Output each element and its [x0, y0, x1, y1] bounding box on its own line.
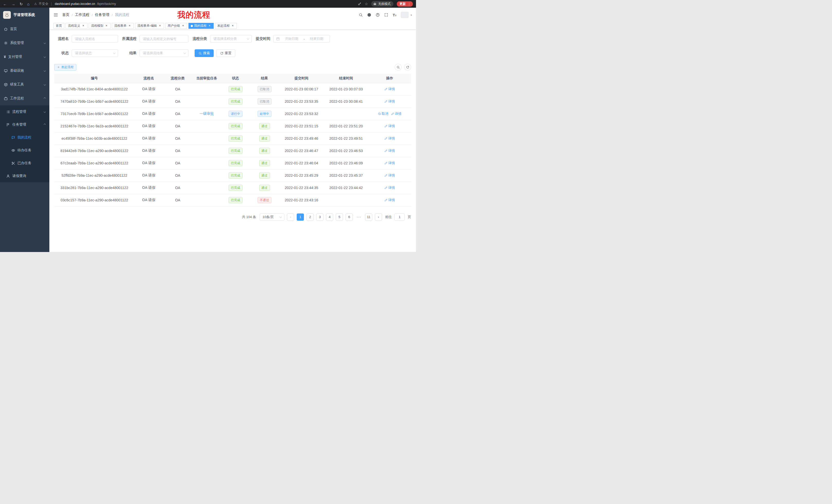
tab-home[interactable]: 首页	[53, 23, 64, 29]
page-button-1[interactable]: 1	[297, 214, 304, 221]
cell-status: 已完成	[221, 145, 250, 157]
pager-ellipsis[interactable]: ···	[355, 214, 363, 221]
reset-button[interactable]: 重置	[216, 49, 235, 57]
cell-status: 进行中	[221, 108, 250, 120]
page-button-2[interactable]: 2	[307, 214, 314, 221]
key-icon[interactable]	[358, 2, 361, 6]
detail-button[interactable]: 详情	[384, 186, 395, 190]
tab-start-process[interactable]: 发起流程×	[215, 23, 237, 29]
sidebar-item-infrastructure[interactable]: 基础设施	[0, 64, 49, 78]
toolbar-refresh-button[interactable]	[404, 64, 411, 71]
tab-process-model[interactable]: 流程模型×	[89, 23, 110, 29]
start-process-button[interactable]: 发起流程	[54, 64, 76, 71]
tab-close-icon[interactable]: ×	[105, 24, 108, 28]
forward-icon[interactable]: →	[11, 2, 15, 6]
sidebar-item-leave-query[interactable]: 请假查询	[0, 170, 49, 183]
sidebar-item-todo-tasks[interactable]: 待办任务	[0, 144, 49, 157]
detail-button[interactable]: 详情	[384, 173, 395, 178]
detail-button[interactable]: 详情	[384, 87, 395, 91]
active-tab-dot	[191, 25, 193, 27]
tab-user-group[interactable]: 用户分组×	[165, 23, 187, 29]
sidebar-item-task-management[interactable]: 任务管理	[0, 118, 49, 131]
tab-process-definition[interactable]: 流程定义×	[66, 23, 87, 29]
cell-current-task	[192, 169, 221, 181]
category-select[interactable]: 请选择流程分类	[210, 35, 252, 43]
cell-process-id: 331bc281-7b9a-11ec-a290-acde48001122	[54, 181, 134, 194]
prev-page-button[interactable]: ‹	[287, 214, 294, 221]
search-icon[interactable]	[359, 13, 363, 17]
page-button-5[interactable]: 5	[336, 214, 343, 221]
reload-icon[interactable]: ↻	[20, 2, 23, 6]
page-size-select[interactable]: 10条/页	[260, 214, 284, 221]
cell-process-id: 819442e8-7b9a-11ec-a290-acde48001122	[54, 145, 134, 157]
sidebar-item-dev-tools[interactable]: 研发工具	[0, 78, 49, 91]
sidebar-item-home[interactable]: 首页	[0, 22, 49, 36]
tab-label: 流程表单-编辑	[137, 24, 157, 28]
update-button[interactable]: 更新 ⋮	[397, 1, 413, 7]
sidebar-item-system-management[interactable]: 系统管理	[0, 36, 49, 50]
next-page-button[interactable]: ›	[375, 214, 382, 221]
page-button-6[interactable]: 6	[345, 214, 353, 221]
submit-time-range[interactable]: 开始日期 - 结束日期	[273, 35, 330, 43]
sidebar-item-my-process[interactable]: 我的流程	[0, 131, 49, 144]
cell-actions: 详情	[368, 169, 411, 181]
cancel-button[interactable]: 取消	[378, 111, 389, 116]
user-avatar[interactable]	[401, 12, 409, 18]
toolbar-search-button[interactable]	[395, 64, 401, 71]
sidebar-item-process-management[interactable]: 流程管理	[0, 105, 49, 118]
tab-process-form[interactable]: 流程表单×	[112, 23, 134, 29]
breadcrumb-item-task-management[interactable]: 任务管理	[95, 12, 109, 17]
sidebar-item-done-tasks[interactable]: 已办任务	[0, 157, 49, 170]
fullscreen-icon[interactable]	[384, 13, 388, 17]
font-size-icon[interactable]: TT	[393, 13, 396, 17]
detail-button[interactable]: 详情	[384, 124, 395, 129]
detail-button[interactable]: 详情	[384, 136, 395, 141]
github-icon[interactable]	[367, 13, 371, 17]
detail-button[interactable]: 详情	[384, 161, 395, 165]
help-icon[interactable]	[375, 13, 380, 17]
browser-menu-icon[interactable]: ⋮	[407, 2, 412, 6]
back-icon[interactable]: ←	[3, 2, 7, 6]
edit-icon	[384, 88, 387, 91]
page-button-3[interactable]: 3	[316, 214, 323, 221]
sidebar-item-payment-management[interactable]: ¥支付管理	[0, 50, 49, 64]
parent-process-input[interactable]	[139, 35, 188, 43]
table-toolbar: 发起流程	[54, 64, 411, 71]
menu-toggle-icon[interactable]	[53, 12, 58, 17]
tab-close-icon[interactable]: ×	[208, 24, 211, 28]
goto-page-input[interactable]	[394, 214, 405, 221]
detail-button[interactable]: 详情	[384, 148, 395, 153]
tab-my-process[interactable]: 我的流程×	[188, 23, 214, 29]
breadcrumb-item-workflow[interactable]: 工作流程	[75, 12, 89, 17]
sidebar-item-label: 已办任务	[18, 161, 31, 165]
cancel-icon	[378, 112, 381, 115]
page-button-11[interactable]: 11	[365, 214, 372, 221]
tab-process-form-edit[interactable]: 流程表单-编辑×	[135, 23, 164, 29]
date-separator: -	[304, 37, 305, 41]
app-logo[interactable]: 芋道管理系统	[0, 8, 49, 22]
page-button-4[interactable]: 4	[326, 214, 333, 221]
process-name-input[interactable]	[72, 35, 118, 43]
browser-home-icon[interactable]: ⌂	[27, 2, 30, 6]
result-badge: 已取消	[258, 99, 271, 105]
sidebar-item-workflow[interactable]: 工作流程	[0, 91, 49, 105]
search-button[interactable]: 搜索	[194, 49, 214, 57]
result-select[interactable]: 请选择流结果	[139, 49, 188, 57]
cell-end-time: 2022-01-22 23:49:51	[324, 132, 368, 145]
tab-close-icon[interactable]: ×	[128, 24, 131, 28]
cell-result: 通过	[250, 181, 279, 194]
bookmark-star-icon[interactable]: ☆	[365, 2, 368, 6]
status-select[interactable]: 请选择状态	[72, 49, 118, 57]
page-unit-label: 页	[408, 215, 411, 219]
breadcrumb-item-home[interactable]: 首页	[62, 12, 70, 17]
tab-close-icon[interactable]: ×	[231, 24, 234, 28]
tab-close-icon[interactable]: ×	[81, 24, 85, 28]
detail-button[interactable]: 详情	[391, 111, 401, 116]
tab-close-icon[interactable]: ×	[181, 24, 185, 28]
address-bar[interactable]: ⚠ 不安全 dashboard.yudao.iocoder.cn/bpm/tas…	[34, 2, 358, 6]
detail-button[interactable]: 详情	[384, 198, 395, 202]
tab-close-icon[interactable]: ×	[158, 24, 162, 28]
detail-button[interactable]: 详情	[384, 99, 395, 104]
current-task-link[interactable]: 一级审批	[200, 111, 214, 116]
cell-process-name: OA 请假	[134, 83, 163, 95]
